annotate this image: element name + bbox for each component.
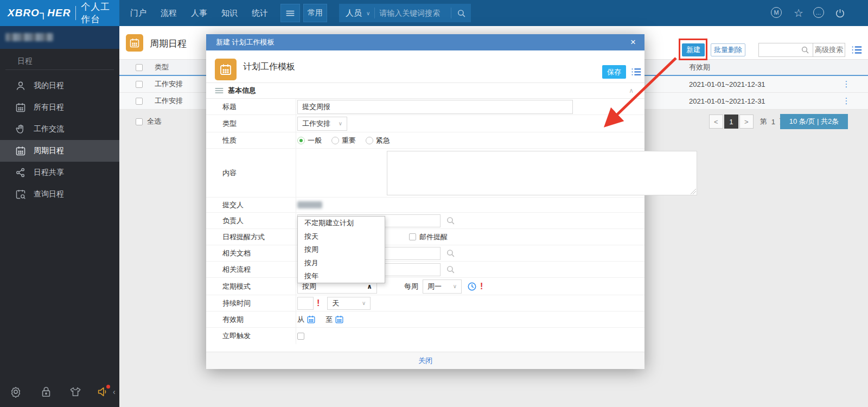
chevron-down-icon: ∨	[362, 300, 366, 306]
close-link[interactable]: 关闭	[418, 356, 432, 366]
sidebar-item-work-communication[interactable]: 工作交流	[0, 118, 119, 140]
radio-label: 紧急	[376, 136, 390, 145]
calendar-picker-icon[interactable]	[307, 315, 316, 324]
field-label: 定期模式	[206, 282, 296, 291]
calendar-picker-icon[interactable]	[335, 315, 344, 324]
list-search-input[interactable]	[758, 43, 813, 57]
search-button[interactable]	[451, 9, 471, 18]
message-badge-button[interactable]: M	[771, 7, 782, 18]
trigger-checkbox[interactable]	[297, 333, 304, 340]
sidebar-item-all-schedules[interactable]: 所有日程	[0, 97, 119, 118]
radio-urgent[interactable]	[366, 137, 373, 144]
favorites-menu-button[interactable]: 常用	[303, 4, 327, 22]
sidebar-collapse-arrow[interactable]: ‹	[113, 387, 116, 396]
logo-divider	[75, 6, 76, 20]
sidebar-item-my-schedule[interactable]: 我的日程	[0, 75, 119, 97]
sidebar-item-label: 所有日程	[34, 103, 64, 112]
theme-shirt-icon[interactable]	[69, 386, 81, 398]
dropdown-option[interactable]: 按年	[298, 270, 385, 283]
duration-unit-select[interactable]: 天 ∨	[327, 297, 371, 310]
form-row-title: 标题	[206, 99, 644, 115]
nav-item-portal[interactable]: 门户	[130, 0, 146, 26]
form-row-duration: 持续时间 ! 天 ∨	[206, 295, 644, 311]
submitter-name-redacted	[297, 201, 322, 208]
resize-grip-icon[interactable]	[691, 189, 696, 194]
form-row-nature: 性质 一般 重要 紧急	[206, 132, 644, 149]
duration-unit-value: 天	[332, 298, 339, 308]
row-checkbox[interactable]	[136, 98, 143, 105]
type-select[interactable]: 工作安排 ∨	[297, 117, 347, 131]
field-label: 类型	[206, 119, 296, 129]
chevron-up-icon: ∧	[367, 283, 372, 290]
next-page-button[interactable]: >	[739, 115, 754, 129]
radio-normal[interactable]	[297, 137, 305, 144]
field-label: 有效期	[206, 315, 296, 325]
row-menu-dots[interactable]: ⋮	[825, 79, 868, 89]
batch-delete-button[interactable]: 批量删除	[711, 43, 745, 56]
radio-important[interactable]	[331, 137, 339, 144]
close-icon[interactable]: ×	[627, 36, 639, 48]
section-basic-info[interactable]: 基本信息 ∧	[206, 82, 644, 99]
list-view-icon[interactable]	[851, 44, 863, 56]
nav-item-knowledge[interactable]: 知识	[221, 0, 238, 26]
column-header-validity: 有效期	[689, 62, 825, 72]
advanced-search-button[interactable]: 高级搜索	[813, 43, 845, 57]
search-icon[interactable]	[446, 216, 455, 225]
global-search-bar: 人员 ∨	[339, 4, 471, 22]
dropdown-option[interactable]: 按周	[298, 243, 385, 257]
search-icon[interactable]	[446, 265, 455, 274]
dropdown-option[interactable]: 按月	[298, 257, 385, 270]
form-row-content: 内容	[206, 149, 644, 198]
modal-list-icon[interactable]	[630, 66, 642, 78]
sidebar-section-title: 日程	[17, 56, 33, 66]
prev-page-button[interactable]: <	[709, 115, 723, 129]
sidebar-item-schedule-share[interactable]: 日程共享	[0, 162, 119, 183]
row-menu-dots[interactable]: ⋮	[825, 96, 868, 106]
per-page-selector[interactable]: 10 条/页 | 共2条	[780, 114, 848, 129]
email-remind-checkbox[interactable]	[409, 233, 416, 240]
weekday-select[interactable]: 周一 ∨	[423, 279, 462, 294]
new-button[interactable]: 新建	[682, 43, 705, 56]
nav-item-workflow[interactable]: 流程	[161, 0, 177, 26]
duration-input[interactable]	[297, 297, 314, 310]
form-row-owner: 负责人	[206, 213, 644, 229]
global-search-input[interactable]	[375, 4, 451, 22]
dropdown-option[interactable]: 按天	[298, 230, 385, 244]
announcement-speaker-wrap[interactable]	[97, 386, 108, 398]
to-label: 至	[326, 315, 333, 325]
sidebar-divider	[5, 69, 114, 70]
favorite-star-button[interactable]: ☆	[793, 7, 805, 19]
nav-item-statistics[interactable]: 统计	[252, 0, 268, 26]
apps-menu-button[interactable]	[280, 4, 300, 22]
content-textarea[interactable]	[387, 151, 697, 195]
lock-icon[interactable]	[40, 386, 52, 398]
save-button[interactable]: 保存	[602, 65, 626, 79]
field-label: 性质	[206, 136, 296, 145]
search-scope-select[interactable]: 人员	[339, 8, 366, 18]
person-icon	[15, 80, 26, 91]
header-checkbox[interactable]	[136, 64, 143, 71]
weekday-select-value: 周一	[427, 282, 442, 291]
row-checkbox[interactable]	[136, 81, 143, 88]
title-input[interactable]	[297, 100, 573, 114]
current-page-button[interactable]: 1	[724, 115, 738, 129]
sidebar-item-label: 我的日程	[34, 81, 64, 91]
sidebar-item-periodic-schedule[interactable]: 周期日程	[0, 140, 119, 162]
page-title: 周期日程	[150, 37, 187, 50]
sidebar-item-query-schedule[interactable]: 查询日程	[0, 183, 119, 205]
dropdown-option[interactable]: 不定期建立计划	[298, 217, 385, 230]
select-all-checkbox[interactable]	[136, 118, 143, 125]
search-icon[interactable]	[446, 249, 455, 258]
chevron-up-icon[interactable]: ∧	[629, 87, 634, 94]
nav-item-hr[interactable]: 人事	[191, 0, 207, 26]
hand-icon	[15, 124, 26, 135]
logout-power-button[interactable]	[834, 7, 846, 19]
more-options-button[interactable]: …	[813, 7, 824, 18]
search-icon	[801, 46, 809, 54]
search-icon	[457, 9, 466, 18]
clock-icon[interactable]	[467, 282, 477, 291]
from-label: 从	[297, 315, 304, 325]
settings-gear-icon[interactable]	[10, 386, 22, 398]
top-navigation-bar: XBRO┐HER 个人工作台 门户 流程 人事 知识 统计 常用 人员 ∨ M …	[0, 0, 868, 26]
field-label: 相关文档	[206, 249, 296, 258]
